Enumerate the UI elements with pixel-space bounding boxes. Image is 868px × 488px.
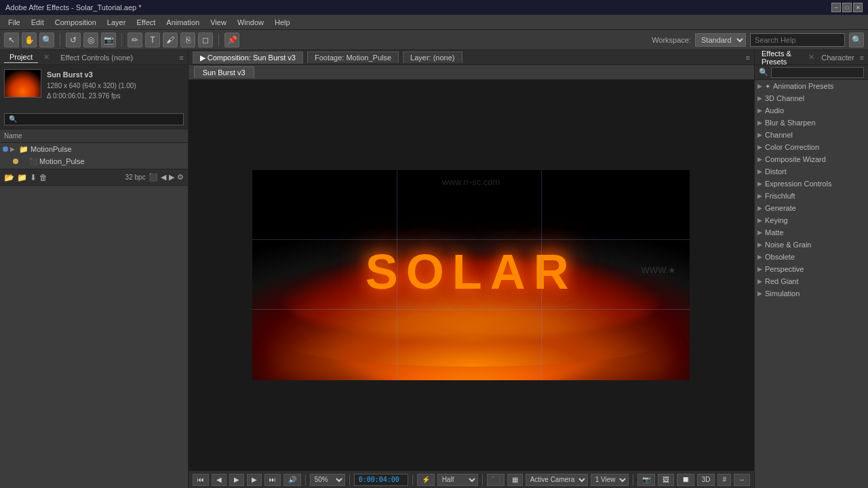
effect-keying[interactable]: ▶ Keying [755, 214, 868, 226]
show-channel-btn[interactable]: 🔲 [677, 474, 694, 486]
pen-tool[interactable]: ✏ [127, 33, 142, 47]
comp-tab-viewer[interactable]: ▶ Composition: Sun Burst v3 [193, 52, 303, 64]
grid-btn[interactable]: # [717, 474, 731, 486]
effect-generate[interactable]: ▶ Generate [755, 202, 868, 214]
search-icon[interactable]: 🔍 [849, 33, 864, 47]
next-icon[interactable]: ▶ [169, 173, 174, 182]
first-frame-button[interactable]: ⏮ [193, 474, 209, 486]
effect-animation-presets[interactable]: ▶ ✦ Animation Presets [755, 80, 868, 92]
comp-tab-footage[interactable]: Footage: Motion_Pulse [307, 52, 399, 63]
select-tool[interactable]: ↖ [4, 33, 19, 47]
effect-blur-sharpen[interactable]: ▶ Blur & Sharpen [755, 117, 868, 129]
text-tool[interactable]: T [145, 33, 160, 47]
puppet-tool[interactable]: 📌 [224, 33, 239, 47]
menu-view[interactable]: View [205, 17, 232, 28]
effects-search-input[interactable] [771, 67, 864, 78]
comp-subtab-sunburst[interactable]: Sun Burst v3 [194, 66, 254, 78]
comp-panel-menu[interactable]: ≡ [746, 54, 750, 62]
eraser-tool[interactable]: ◻ [198, 33, 213, 47]
zoom-tool[interactable]: 🔍 [39, 33, 54, 47]
tab-project[interactable]: Project [4, 52, 38, 63]
tab-effect-controls[interactable]: Effect Controls (none) [55, 52, 138, 63]
comp-subtab-bar: Sun Burst v3 [189, 65, 754, 80]
show-snapshot-btn[interactable]: 🖼 [658, 474, 674, 486]
toggle-pixel-btn[interactable]: ↔ [734, 474, 750, 486]
camera-select[interactable]: Active Camera [526, 474, 588, 486]
panel-close[interactable]: ≡ [179, 54, 183, 62]
menu-composition[interactable]: Composition [50, 17, 102, 28]
snapshot-btn[interactable]: 📷 [637, 474, 655, 486]
comp-tab-layer[interactable]: Layer: (none) [403, 52, 462, 63]
comp-header: ▶ Composition: Sun Burst v3 Footage: Mot… [189, 50, 754, 65]
step-forward-button[interactable]: ▶ [247, 474, 262, 486]
delete-icon[interactable]: 🗑 [39, 173, 47, 182]
menu-animation[interactable]: Animation [161, 17, 205, 28]
transparency-btn[interactable]: ▦ [507, 474, 523, 486]
effect-audio[interactable]: ▶ Audio [755, 104, 868, 117]
effect-label-3d-channel: 3D Channel [765, 94, 804, 102]
import-icon[interactable]: ⬇ [30, 173, 37, 182]
bpc-icon[interactable]: ⬛ [149, 173, 158, 182]
effect-matte[interactable]: ▶ Matte [755, 226, 868, 239]
arrow-channel: ▶ [757, 131, 762, 138]
prev-icon[interactable]: ◀ [161, 173, 166, 182]
hand-tool[interactable]: ✋ [22, 33, 37, 47]
camera-tool[interactable]: 📷 [101, 33, 116, 47]
menu-layer[interactable]: Layer [102, 17, 132, 28]
menu-edit[interactable]: Edit [26, 17, 50, 28]
toolbar-sep-2 [121, 33, 122, 47]
menu-effect[interactable]: Effect [131, 17, 161, 28]
effect-obsolete[interactable]: ▶ Obsolete [755, 251, 868, 263]
close-button[interactable]: ✕ [853, 3, 863, 12]
effects-search-icon: 🔍 [759, 68, 768, 77]
settings-icon[interactable]: ⚙ [177, 173, 184, 182]
effect-composite-wizard[interactable]: ▶ Composite Wizard [755, 153, 868, 165]
vc-sep-5 [633, 474, 633, 485]
views-select[interactable]: 1 View [591, 474, 629, 486]
brush-tool[interactable]: 🖌 [163, 33, 178, 47]
left-panel: Project ✕ Effect Controls (none) ≡ Sun B… [0, 50, 189, 488]
effects-panel-menu[interactable]: ≡ [860, 54, 864, 62]
effect-frischluft[interactable]: ▶ Frischluft [755, 190, 868, 202]
maximize-button[interactable]: □ [842, 3, 852, 12]
arrow-matte: ▶ [757, 229, 762, 236]
menu-help[interactable]: Help [269, 17, 296, 28]
audio-button[interactable]: 🔊 [283, 474, 301, 486]
effect-channel[interactable]: ▶ Channel [755, 129, 868, 141]
effects-close[interactable]: ✕ [808, 53, 814, 62]
minimize-button[interactable]: ─ [831, 3, 841, 12]
orbit-tool[interactable]: ◎ [83, 33, 98, 47]
rotate-tool[interactable]: ↺ [66, 33, 81, 47]
new-folder-icon[interactable]: 📁 [17, 173, 27, 182]
quality-select[interactable]: Half Full Quarter [437, 474, 478, 486]
search-help-input[interactable] [750, 33, 845, 47]
menu-file[interactable]: File [3, 17, 26, 28]
effect-perspective[interactable]: ▶ Perspective [755, 263, 868, 275]
arrow-frischluft: ▶ [757, 192, 762, 199]
solar-title-text: SOLAR [366, 244, 577, 300]
effect-red-giant[interactable]: ▶ Red Giant [755, 275, 868, 287]
tree-item-motionpulse-folder[interactable]: ▶ 📁 MotionPulse [0, 143, 188, 155]
last-frame-button[interactable]: ⏭ [264, 474, 281, 486]
effect-expression-controls[interactable]: ▶ Expression Controls [755, 178, 868, 190]
menu-window[interactable]: Window [232, 17, 269, 28]
new-comp-icon[interactable]: 📂 [4, 173, 14, 182]
play-button[interactable]: ▶ [229, 474, 244, 486]
zoom-select[interactable]: 50% 100% 25% [310, 474, 345, 486]
region-render-btn[interactable]: ⬛ [487, 474, 505, 486]
window-controls: ─ □ ✕ [831, 3, 863, 12]
tree-item-motion-pulse-1[interactable]: ⬛ Motion_Pulse [0, 155, 188, 167]
tab-character[interactable]: Character [818, 52, 856, 63]
3d-views-btn[interactable]: 3D [697, 474, 715, 486]
effect-3d-channel[interactable]: ▶ 3D Channel [755, 92, 868, 104]
tab-effects-presets[interactable]: Effects & Presets [759, 48, 804, 67]
effect-simulation[interactable]: ▶ Simulation [755, 287, 868, 300]
step-back-button[interactable]: ◀ [212, 474, 226, 486]
timecode-display[interactable]: 0:00:04:00 [354, 474, 408, 486]
workspace-select[interactable]: Standard [695, 33, 746, 47]
clone-tool[interactable]: ⎘ [180, 33, 195, 47]
effect-distort[interactable]: ▶ Distort [755, 165, 868, 178]
effect-noise-grain[interactable]: ▶ Noise & Grain [755, 239, 868, 251]
effect-color-correction[interactable]: ▶ Color Correction [755, 141, 868, 153]
ram-preview-btn[interactable]: ⚡ [417, 474, 435, 486]
